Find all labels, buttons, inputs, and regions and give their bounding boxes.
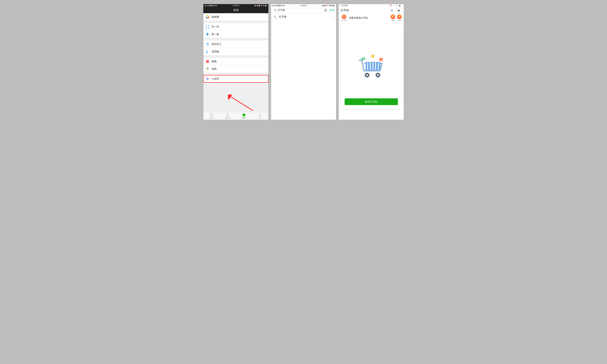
- chevron-right-icon: ›: [265, 43, 266, 46]
- row-game[interactable]: 游戏 ›: [203, 65, 268, 73]
- row-scan[interactable]: 扫一扫 ›: [203, 23, 268, 30]
- tab-label: 微信: [210, 117, 213, 119]
- cancel-button[interactable]: 取消: [330, 9, 335, 12]
- section-miniprogram: 小程序 ›: [203, 75, 268, 82]
- svg-point-11: [343, 16, 344, 17]
- yen-icon: ¥: [391, 14, 395, 19]
- cart-illustration: [355, 52, 387, 81]
- tab-label: 发现: [242, 117, 246, 119]
- row-shake[interactable]: 摇一摇 ›: [203, 30, 268, 38]
- tab-discover[interactable]: 发现: [236, 112, 252, 120]
- tab-label: 我: [259, 117, 261, 119]
- search-icon: 🔍: [274, 9, 277, 12]
- bottle-icon: [205, 50, 210, 53]
- svg-point-3: [206, 43, 208, 44]
- battery-text: 61%: [261, 5, 264, 7]
- clock-text: 上午9:20: [232, 4, 239, 7]
- search-query-text: 红手指: [278, 9, 323, 12]
- svg-point-24: [377, 74, 379, 76]
- tab-me[interactable]: 我: [252, 112, 268, 120]
- empty-card: 购买云手机: [341, 24, 402, 109]
- chevron-right-icon: ›: [265, 26, 266, 28]
- moments-icon: [205, 15, 210, 19]
- svg-point-10: [260, 114, 261, 115]
- search-input[interactable]: 🔍 红手指 ✕: [273, 8, 328, 13]
- row-label: 朋友圈: [211, 15, 266, 19]
- close-button[interactable]: ◉: [396, 8, 402, 12]
- contacts-icon: [226, 113, 229, 117]
- row-label: 扫一扫: [211, 25, 266, 28]
- svg-rect-2: [207, 33, 208, 36]
- row-label: 漂流瓶: [211, 50, 266, 53]
- person-icon: [342, 14, 346, 19]
- buy-button[interactable]: 购买云手机: [345, 98, 398, 105]
- chevron-right-icon: ›: [265, 15, 266, 18]
- svg-point-5: [206, 52, 208, 53]
- button-label: 充值: [391, 19, 395, 22]
- discover-body: 朋友圈 › 扫一扫 › 摇一摇 › 附近的人 ›: [203, 13, 268, 112]
- phone-search: 中国移动 4G 上午9:23 ◉ ◀ ⏰58%▮▯ 🔍 红手指 ✕ 取消 🔍 红…: [271, 4, 336, 120]
- shop-icon: [205, 59, 210, 64]
- chat-icon: [210, 113, 213, 117]
- tab-bar: 微信 通讯录 发现 我: [203, 112, 268, 120]
- search-icon: 🔍: [273, 15, 276, 18]
- row-nearby[interactable]: 附近的人 ›: [203, 40, 268, 48]
- section-moments: 朋友圈 ›: [203, 13, 268, 21]
- clock-text: 上午9:23: [300, 4, 307, 7]
- tab-contacts[interactable]: 通讯录: [220, 112, 236, 120]
- carrier-text: 中国移动 4G: [275, 5, 285, 7]
- button-label: 购买云手机: [365, 100, 378, 104]
- section-shop-game: 购物 › 游戏 ›: [203, 58, 268, 73]
- battery-icon: ▮▯: [333, 5, 335, 7]
- row-label: 小程序: [211, 77, 266, 81]
- svg-point-1: [207, 16, 208, 17]
- game-icon: [205, 67, 210, 71]
- row-label: 游戏: [211, 67, 266, 71]
- page-title: 红手指: [341, 9, 349, 12]
- tab-wechat[interactable]: 微信: [203, 112, 220, 120]
- chevron-right-icon: ›: [265, 50, 266, 53]
- status-bar: 上午9:29 ⋯ ⏰ ᯤ ⁴ᴳ ▮▯: [339, 4, 404, 7]
- chevron-right-icon: ›: [265, 60, 266, 63]
- svg-point-22: [366, 74, 368, 76]
- search-bar: 🔍 红手指 ✕ 取消: [271, 7, 336, 13]
- me-icon: [258, 113, 262, 117]
- status-icons: ⋯ ⏰ ᯤ ⁴ᴳ ▮▯: [387, 5, 402, 7]
- miniprogram-nav: 红手指 ••• ◉: [339, 7, 404, 13]
- battery-text: 58%: [329, 5, 332, 7]
- battery-icon: ▮▯: [265, 5, 267, 7]
- location-icon: ◉ ◀ ⏰: [254, 5, 261, 7]
- row-label: 购物: [211, 60, 266, 63]
- empty-message: 你暂未获得云手机: [349, 16, 389, 20]
- row-miniprogram[interactable]: 小程序 ›: [203, 75, 268, 82]
- status-bar: 中国移动 4G 上午9:20 ◉ ◀ ⏰61%▮▯: [203, 4, 268, 7]
- page-title: 发现: [233, 8, 238, 12]
- result-text: 红手指: [279, 15, 329, 18]
- carrier-text: 中国移动 4G: [207, 5, 217, 7]
- row-label: 附近的人: [211, 42, 266, 46]
- chevron-right-icon: ›: [265, 67, 266, 70]
- clear-icon[interactable]: ✕: [324, 9, 327, 12]
- tab-label: 通讯录: [225, 117, 230, 119]
- chevron-right-icon: ›: [265, 78, 266, 80]
- share-button[interactable]: 分享: [397, 14, 402, 22]
- share-icon: [397, 14, 402, 19]
- row-bottle[interactable]: 漂流瓶 ›: [203, 48, 268, 55]
- svg-rect-14: [379, 57, 383, 62]
- row-shop[interactable]: 购物 ›: [203, 58, 268, 65]
- button-label: 分享: [398, 19, 401, 22]
- phone-miniprogram: 上午9:29 ⋯ ⏰ ᯤ ⁴ᴳ ▮▯ 红手指 ••• ◉ 个人中心 你暂未获得云…: [339, 4, 404, 120]
- profile-button[interactable]: 个人中心: [341, 14, 347, 22]
- shake-icon: [205, 32, 210, 36]
- chevron-right-icon: ›: [265, 33, 266, 36]
- arrow-upleft-icon[interactable]: ↖: [332, 15, 334, 18]
- recharge-button[interactable]: ¥ 充值: [391, 14, 395, 22]
- nav-bar: 发现: [203, 7, 268, 13]
- scan-icon: [205, 25, 210, 29]
- button-label: 个人中心: [341, 19, 347, 22]
- row-moments[interactable]: 朋友圈 ›: [203, 13, 268, 21]
- compass-icon: [242, 113, 246, 117]
- capsule-bar: ••• ◉: [389, 8, 402, 12]
- menu-button[interactable]: •••: [389, 8, 395, 12]
- search-result-row[interactable]: 🔍 红手指 ↖: [271, 13, 336, 20]
